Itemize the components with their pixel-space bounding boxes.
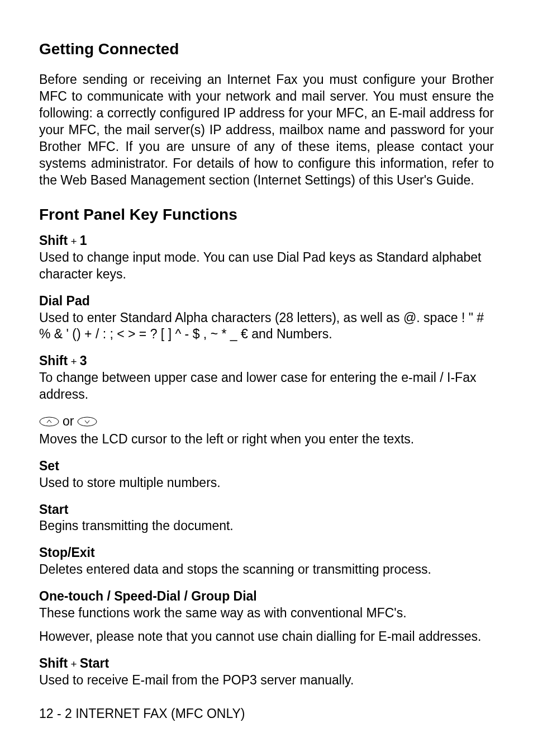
key-stop-exit: Stop/Exit	[39, 545, 494, 561]
arrow-right-icon	[77, 417, 97, 427]
page-footer: 12 - 2 INTERNET FAX (MFC ONLY)	[39, 706, 494, 722]
desc-shift-start: Used to receive E-mail from the POP3 ser…	[39, 672, 494, 689]
section-start: Start Begins transmitting the document.	[39, 502, 494, 535]
key-shift: Shift	[39, 656, 68, 670]
key-set: Set	[39, 458, 494, 475]
or-text: or	[63, 413, 74, 430]
section-shift-1: Shift + 1 Used to change input mode. You…	[39, 233, 494, 283]
section-shift-3: Shift + 3 To change between upper case a…	[39, 353, 494, 403]
desc-one-touch-2: However, please note that you cannot use…	[39, 629, 494, 645]
key-shift: Shift	[39, 353, 68, 368]
plus-sign: +	[68, 658, 80, 670]
section-set: Set Used to store multiple numbers.	[39, 458, 494, 492]
desc-stop-exit: Deletes entered data and stops the scann…	[39, 561, 494, 578]
key-shift: Shift	[39, 233, 68, 248]
key-1: 1	[80, 233, 87, 248]
section-dial-pad: Dial Pad Used to enter Standard Alpha ch…	[39, 293, 494, 343]
desc-shift-1: Used to change input mode. You can use D…	[39, 249, 494, 283]
desc-set: Used to store multiple numbers.	[39, 475, 494, 492]
plus-sign: +	[68, 235, 80, 247]
key-one-touch: One-touch / Speed-Dial / Group Dial	[39, 588, 494, 605]
key-start: Start	[39, 502, 494, 518]
euro-icon: €	[241, 327, 248, 341]
intro-paragraph: Before sending or receiving an Internet …	[39, 72, 494, 188]
section-stop-exit: Stop/Exit Deletes entered data and stops…	[39, 545, 494, 578]
desc-one-touch-1: These functions work the same way as wit…	[39, 605, 494, 622]
svg-point-0	[40, 417, 59, 426]
desc-dial-pad: Used to enter Standard Alpha characters …	[39, 310, 494, 343]
desc-arrows: Moves the LCD cursor to the left or righ…	[39, 431, 494, 448]
key-dial-pad: Dial Pad	[39, 293, 494, 310]
key-3: 3	[80, 353, 87, 368]
section-one-touch: One-touch / Speed-Dial / Group Dial Thes…	[39, 588, 494, 645]
section-shift-start: Shift + Start Used to receive E-mail fro…	[39, 655, 494, 689]
key-start: Start	[80, 656, 109, 670]
heading-getting-connected: Getting Connected	[39, 39, 494, 59]
desc-start: Begins transmitting the document.	[39, 518, 494, 535]
svg-point-1	[78, 417, 97, 426]
desc-shift-3: To change between upper case and lower c…	[39, 370, 494, 403]
section-arrows: or Moves the LCD cursor to the left or r…	[39, 413, 494, 448]
desc-dial-pad-b: and Numbers.	[248, 327, 332, 341]
plus-sign: +	[68, 356, 80, 367]
heading-front-panel: Front Panel Key Functions	[39, 205, 494, 225]
arrow-left-icon	[39, 417, 59, 427]
